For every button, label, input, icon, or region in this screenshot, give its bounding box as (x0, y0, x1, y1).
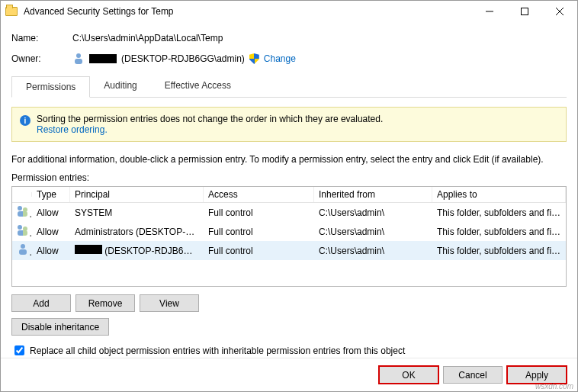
add-button[interactable]: Add (11, 294, 71, 312)
cell-principal: (DESKTOP-RDJB6GG\ad... (70, 243, 204, 259)
remove-button[interactable]: Remove (75, 294, 135, 312)
warning-text: Sorting the permission entries does not … (37, 114, 383, 135)
warning-box: i Sorting the permission entries does no… (11, 107, 567, 142)
window-buttons (472, 1, 577, 22)
tab-permissions[interactable]: Permissions (11, 76, 90, 98)
table-row[interactable]: Allow (DESKTOP-RDJB6GG\ad...Full control… (12, 241, 566, 260)
cell-access: Full control (204, 224, 314, 239)
replace-checkbox[interactable] (14, 345, 24, 355)
minimize-button[interactable] (472, 1, 507, 22)
cell-access: Full control (204, 243, 314, 259)
cell-applies: This folder, subfolders and files (432, 205, 566, 220)
entry-buttons: Add Remove View (11, 294, 567, 312)
entries-label: Permission entries: (11, 172, 567, 183)
col-inherited[interactable]: Inherited from (314, 187, 432, 202)
owner-field: Owner: (DESKTOP-RDJB6GG\admin) Change (11, 53, 567, 65)
replace-checkbox-label: Replace all child object permission entr… (30, 345, 405, 356)
col-applies[interactable]: Applies to (432, 187, 566, 202)
watermark: wsxdn.com (535, 382, 573, 390)
col-principal[interactable]: Principal (70, 187, 204, 202)
window-title: Advanced Security Settings for Temp (24, 6, 472, 17)
cell-inherited: C:\Users\admin\ (314, 205, 432, 220)
tab-effective-access[interactable]: Effective Access (151, 76, 245, 97)
cell-applies: This folder, subfolders and files (432, 224, 566, 239)
table-row[interactable]: AllowAdministrators (DESKTOP-RDJ...Full … (12, 222, 566, 241)
cell-principal: SYSTEM (70, 205, 204, 220)
owner-value: (DESKTOP-RDJB6GG\admin) Change (72, 53, 296, 65)
shield-icon (249, 53, 259, 64)
cell-applies: This folder, subfolders and files (432, 243, 566, 259)
folder-icon (5, 7, 18, 16)
svg-rect-1 (522, 8, 528, 15)
titlebar: Advanced Security Settings for Temp (1, 1, 577, 22)
owner-label: Owner: (11, 53, 72, 64)
content-area: Name: C:\Users\admin\AppData\Local\Temp … (1, 22, 577, 358)
col-type[interactable]: Type (32, 187, 70, 202)
user-icon (72, 53, 85, 65)
disable-inheritance-button[interactable]: Disable inheritance (11, 318, 109, 336)
cell-inherited: C:\Users\admin\ (314, 224, 432, 239)
change-owner-link[interactable]: Change (264, 53, 296, 64)
tab-auditing[interactable]: Auditing (90, 76, 150, 97)
cell-inherited: C:\Users\admin\ (314, 243, 432, 259)
maximize-button[interactable] (507, 1, 542, 22)
principal-icon (17, 243, 29, 255)
name-value: C:\Users\admin\AppData\Local\Temp (72, 33, 223, 43)
restore-ordering-link[interactable]: Restore ordering. (37, 124, 108, 135)
security-settings-window: Advanced Security Settings for Temp Name… (0, 0, 578, 392)
cell-type: Allow (32, 243, 70, 259)
instruction-text: For additional information, double-click… (11, 154, 567, 165)
col-icon[interactable] (12, 192, 32, 197)
table-row[interactable]: AllowSYSTEMFull controlC:\Users\admin\Th… (12, 203, 566, 222)
close-button[interactable] (542, 1, 577, 22)
cell-type: Allow (32, 205, 70, 220)
permission-grid: Type Principal Access Inherited from App… (11, 186, 567, 287)
name-label: Name: (11, 33, 72, 43)
cell-access: Full control (204, 205, 314, 220)
cancel-button[interactable]: Cancel (443, 366, 503, 384)
principal-redacted (75, 245, 102, 254)
owner-redacted (89, 54, 117, 63)
info-icon: i (20, 115, 31, 126)
footer: OK Cancel Apply (1, 358, 577, 391)
grid-header: Type Principal Access Inherited from App… (12, 187, 566, 203)
view-button[interactable]: View (140, 294, 199, 312)
apply-button[interactable]: Apply (507, 366, 567, 384)
cell-principal: Administrators (DESKTOP-RDJ... (70, 224, 204, 239)
tabs: Permissions Auditing Effective Access (11, 76, 567, 98)
col-access[interactable]: Access (204, 187, 314, 202)
principal-icon (17, 224, 29, 236)
owner-suffix: (DESKTOP-RDJB6GG\admin) (121, 53, 245, 64)
principal-icon (17, 205, 29, 217)
cell-type: Allow (32, 224, 70, 239)
name-field: Name: C:\Users\admin\AppData\Local\Temp (11, 33, 567, 43)
ok-button[interactable]: OK (379, 366, 438, 384)
replace-checkbox-row[interactable]: Replace all child object permission entr… (11, 343, 567, 358)
warning-line: Sorting the permission entries does not … (37, 114, 383, 124)
